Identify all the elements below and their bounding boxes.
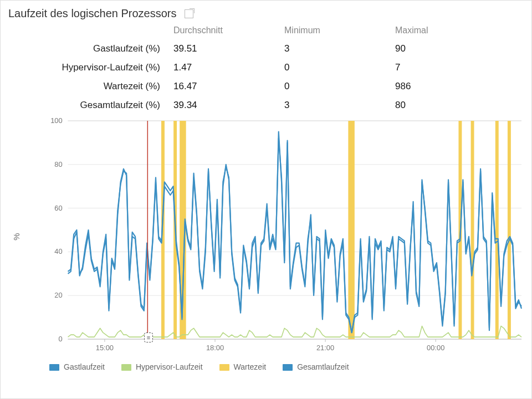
- legend-item[interactable]: Gesamtlaufzeit: [283, 362, 349, 371]
- title-row: Laufzeit des logischen Prozessors: [8, 7, 525, 20]
- legend-item[interactable]: Wartezeit: [219, 362, 267, 371]
- chart-canvas: 02040608010015:0018:0021:0000:00: [40, 117, 524, 356]
- col-min: Minimum: [284, 25, 395, 35]
- row-label: Hypervisor-Laufzeit (%): [7, 62, 173, 73]
- legend-label: Hypervisor-Laufzeit: [136, 362, 203, 371]
- external-link-icon[interactable]: [185, 9, 193, 18]
- row-max: 7: [395, 62, 506, 73]
- legend-item[interactable]: Hypervisor-Laufzeit: [121, 362, 203, 371]
- row-label: Wartezeit (%): [7, 81, 173, 92]
- legend-label: Gastlaufzeit: [64, 362, 105, 371]
- row-min: 0: [284, 62, 395, 73]
- svg-text:00:00: 00:00: [427, 344, 444, 352]
- row-label: Gesamtlaufzeit (%): [7, 100, 173, 111]
- page-title: Laufzeit des logischen Prozessors: [8, 7, 177, 20]
- col-avg: Durchschnitt: [173, 25, 284, 35]
- chart[interactable]: % 02040608010015:0018:0021:0000:00 ≡: [7, 117, 525, 356]
- row-max: 90: [395, 43, 506, 54]
- row-avg: 39.34: [173, 100, 284, 111]
- svg-text:18:00: 18:00: [206, 344, 224, 352]
- svg-text:0: 0: [58, 335, 62, 343]
- row-min: 3: [284, 43, 395, 54]
- annotation-icon[interactable]: ≡: [144, 332, 153, 342]
- svg-text:21:00: 21:00: [316, 344, 334, 352]
- row-min: 3: [284, 100, 395, 111]
- svg-text:80: 80: [54, 160, 62, 168]
- legend-label: Wartezeit: [234, 362, 267, 371]
- row-avg: 39.51: [173, 43, 284, 54]
- legend-item[interactable]: Gastlaufzeit: [49, 362, 105, 371]
- legend-label: Gesamtlaufzeit: [297, 362, 349, 371]
- svg-text:15:00: 15:00: [96, 344, 114, 352]
- svg-text:100: 100: [50, 117, 62, 125]
- row-avg: 16.47: [173, 81, 284, 92]
- stats-table: Durchschnitt Minimum Maximal Gastlaufzei…: [7, 25, 525, 111]
- row-max: 80: [395, 100, 506, 111]
- svg-text:60: 60: [54, 204, 62, 212]
- row-max: 986: [395, 81, 506, 92]
- svg-text:20: 20: [54, 291, 62, 299]
- y-axis-label: %: [12, 233, 21, 240]
- row-avg: 1.47: [173, 62, 284, 73]
- col-max: Maximal: [395, 25, 506, 35]
- row-label: Gastlaufzeit (%): [7, 43, 173, 54]
- legend: Gastlaufzeit Hypervisor-Laufzeit Warteze…: [49, 362, 525, 371]
- row-min: 0: [284, 81, 395, 92]
- svg-text:40: 40: [54, 247, 62, 255]
- panel: Laufzeit des logischen Prozessors Durchs…: [0, 0, 532, 399]
